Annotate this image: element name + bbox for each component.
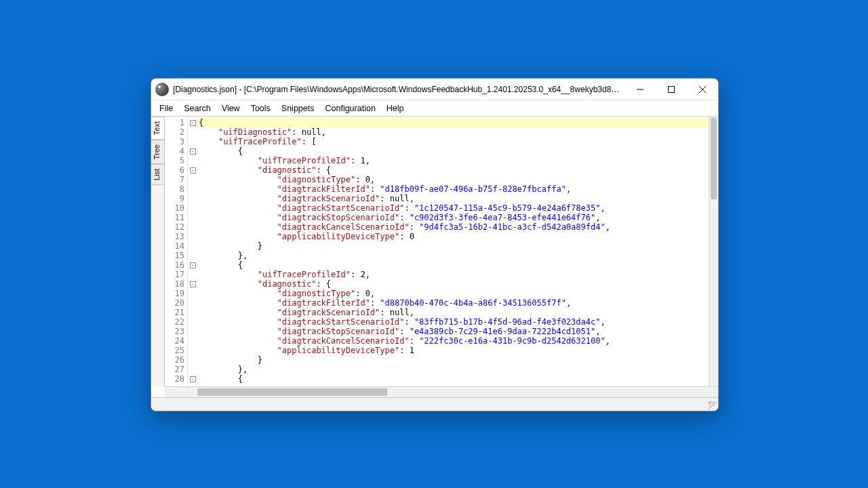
fold-marker — [188, 156, 197, 165]
code-line[interactable]: { — [197, 374, 709, 384]
fold-marker — [188, 241, 197, 251]
code-line[interactable]: "diagtrackStartScenarioId": "83ffb715-b1… — [197, 317, 709, 327]
fold-marker — [188, 213, 197, 222]
line-number: 2 — [165, 127, 187, 137]
code-line[interactable]: "diagtrackStartScenarioId": "1c120547-11… — [197, 203, 709, 213]
fold-gutter: ------ — [188, 117, 197, 386]
fold-marker[interactable]: - — [188, 260, 197, 270]
fold-minus-icon: - — [190, 148, 196, 155]
line-number: 11 — [165, 213, 187, 222]
fold-marker — [188, 222, 197, 232]
horizontal-scrollbar-thumb[interactable] — [197, 388, 387, 396]
horizontal-scrollbar[interactable] — [165, 386, 718, 397]
code-line[interactable]: "diagtrackStopScenarioId": "c902d3f3-3fe… — [197, 213, 709, 222]
code-line[interactable]: } — [197, 241, 709, 251]
fold-minus-icon: - — [190, 376, 196, 382]
code-line[interactable]: "applicabilityDeviceType": 0 — [197, 232, 709, 241]
menu-tools[interactable]: Tools — [245, 102, 276, 115]
statusbar — [151, 397, 718, 411]
code-line[interactable]: "diagtrackFilterId": "d8870b40-470c-4b4a… — [197, 298, 709, 308]
code-line[interactable]: "diagtrackScenarioId": null, — [197, 308, 709, 317]
menu-snippets[interactable]: Snippets — [276, 102, 320, 115]
code-line[interactable]: { — [197, 260, 709, 270]
line-number: 18 — [165, 279, 187, 289]
line-number: 28 — [165, 374, 187, 384]
code-line[interactable]: "diagnosticType": 0, — [197, 289, 709, 298]
close-button[interactable] — [687, 79, 718, 100]
line-number: 3 — [165, 137, 187, 146]
line-number: 9 — [165, 194, 187, 203]
fold-marker — [188, 355, 197, 365]
maximize-icon — [668, 86, 675, 93]
fold-marker — [188, 336, 197, 346]
line-number: 4 — [165, 146, 187, 156]
code-container: 1234567891011121314151617181920212223242… — [165, 117, 718, 386]
fold-marker[interactable]: - — [188, 165, 197, 175]
fold-marker — [188, 184, 197, 194]
code-line[interactable]: "uifTraceProfile": [ — [197, 137, 709, 146]
code-line[interactable]: "diagtrackCancelScenarioId": "9d4fc3a5-1… — [197, 222, 709, 232]
titlebar[interactable]: [Diagnostics.json] - [C:\Program Files\W… — [151, 79, 718, 100]
code-line[interactable]: "diagtrackFilterId": "d18fb09f-ae07-496a… — [197, 184, 709, 194]
line-number: 10 — [165, 203, 187, 213]
line-number: 23 — [165, 327, 187, 336]
fold-marker[interactable]: - — [188, 279, 197, 289]
vertical-scrollbar[interactable] — [709, 117, 718, 386]
code-line[interactable]: "diagnosticType": 0, — [197, 175, 709, 184]
code-view[interactable]: { "uifDiagnostic": null, "uifTraceProfil… — [197, 117, 709, 386]
vertical-scrollbar-thumb[interactable] — [711, 118, 717, 199]
app-icon — [155, 83, 169, 96]
menu-view[interactable]: View — [216, 102, 245, 115]
fold-marker — [188, 194, 197, 203]
code-line[interactable]: "uifTraceProfileId": 1, — [197, 156, 709, 165]
code-line[interactable]: }, — [197, 365, 709, 374]
code-line[interactable]: "diagtrackStopScenarioId": "e4a389cb-7c2… — [197, 327, 709, 336]
line-number: 12 — [165, 222, 187, 232]
code-line[interactable]: "diagnostic": { — [197, 165, 709, 175]
code-line[interactable]: }, — [197, 251, 709, 260]
fold-minus-icon: - — [190, 281, 196, 287]
menu-file[interactable]: File — [154, 102, 178, 115]
maximize-button[interactable] — [656, 79, 687, 100]
line-number: 22 — [165, 317, 187, 327]
side-tabs: Text Tree List — [151, 117, 165, 386]
menu-search[interactable]: Search — [178, 102, 216, 115]
fold-marker — [188, 346, 197, 355]
line-number: 21 — [165, 308, 187, 317]
code-line[interactable]: "applicabilityDeviceType": 1 — [197, 346, 709, 355]
fold-marker[interactable]: - — [188, 118, 197, 127]
fold-marker[interactable]: - — [188, 374, 197, 384]
line-number: 14 — [165, 241, 187, 251]
fold-marker — [188, 317, 197, 327]
fold-marker — [188, 289, 197, 298]
minimize-button[interactable] — [625, 79, 656, 100]
resize-grip-icon[interactable] — [709, 401, 717, 409]
line-number: 25 — [165, 346, 187, 355]
line-number-gutter: 1234567891011121314151617181920212223242… — [165, 117, 188, 386]
fold-marker — [188, 127, 197, 137]
code-line[interactable]: "uifTraceProfileId": 2, — [197, 270, 709, 279]
side-tab-tree[interactable]: Tree — [151, 140, 164, 164]
code-line[interactable]: } — [197, 355, 709, 365]
line-number: 1 — [165, 118, 187, 127]
code-line[interactable]: "uifDiagnostic": null, — [197, 127, 709, 137]
minimize-icon — [637, 86, 644, 93]
code-line[interactable]: "diagtrackScenarioId": null, — [197, 194, 709, 203]
line-number: 16 — [165, 260, 187, 270]
fold-marker — [188, 365, 197, 374]
side-tab-text[interactable]: Text — [151, 117, 164, 140]
line-number: 26 — [165, 355, 187, 365]
line-number: 13 — [165, 232, 187, 241]
code-line[interactable]: "diagnostic": { — [197, 279, 709, 289]
fold-marker[interactable]: - — [188, 146, 197, 156]
menu-help[interactable]: Help — [381, 102, 410, 115]
code-line[interactable]: { — [197, 118, 709, 127]
close-icon — [699, 86, 706, 93]
fold-minus-icon: - — [190, 262, 196, 268]
code-line[interactable]: "diagtrackCancelScenarioId": "222fc30c-e… — [197, 336, 709, 346]
side-tab-list[interactable]: List — [151, 164, 164, 185]
line-number: 5 — [165, 156, 187, 165]
menu-configuration[interactable]: Configuration — [319, 102, 380, 115]
code-line[interactable]: { — [197, 146, 709, 156]
fold-minus-icon: - — [190, 120, 196, 126]
